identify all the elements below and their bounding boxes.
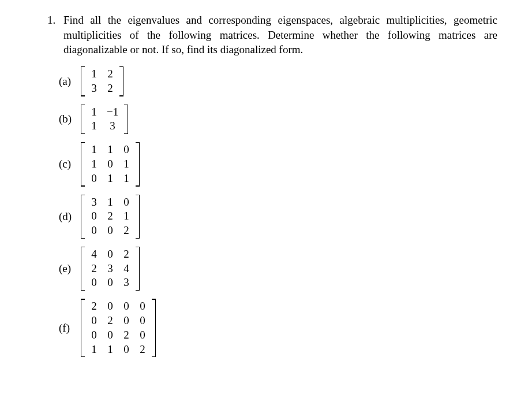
- matrix-cell: 2: [107, 210, 114, 223]
- matrix-cell: 2: [107, 82, 114, 95]
- matrix-cell: 1: [107, 343, 114, 356]
- matrix-cell: 1: [123, 172, 130, 185]
- right-bracket-icon: [134, 142, 140, 186]
- subproblem: (b)1−113: [59, 105, 497, 135]
- subproblem-label: (f): [59, 321, 77, 336]
- subproblem-label: (e): [59, 261, 77, 276]
- matrix-cell: 1: [123, 210, 130, 223]
- matrix-cell: 0: [139, 314, 146, 328]
- matrix-cell: 2: [123, 329, 130, 342]
- right-bracket-icon: [151, 299, 156, 357]
- subproblem-label: (a): [59, 74, 77, 89]
- matrix-cell: 0: [123, 196, 130, 209]
- matrix-cell: 1: [107, 143, 114, 157]
- matrix-cell: 0: [91, 329, 98, 342]
- left-bracket-icon: [81, 195, 86, 239]
- matrix-cell: 2: [139, 343, 146, 356]
- left-bracket-icon: [81, 142, 86, 186]
- right-bracket-icon: [134, 247, 140, 291]
- matrix-cell: 0: [91, 172, 98, 185]
- subproblem: (e)402234003: [59, 247, 497, 291]
- matrix-cell: −1: [107, 106, 118, 119]
- matrix-cell: 1: [91, 106, 98, 119]
- subproblem: (a)1232: [59, 66, 497, 96]
- matrix-cell: 3: [91, 196, 98, 209]
- matrix-cell: 0: [139, 329, 146, 342]
- matrix-cell: 3: [123, 276, 130, 289]
- matrix-cell: 1: [91, 343, 98, 356]
- matrix-cell: 4: [91, 248, 98, 261]
- matrix-grid: 110101011: [86, 142, 134, 186]
- matrix-grid: 402234003: [86, 247, 134, 291]
- matrix: 1−113: [81, 105, 128, 135]
- left-bracket-icon: [81, 105, 86, 135]
- subproblem: (f)2000020000201102: [59, 299, 497, 357]
- right-bracket-icon: [118, 66, 123, 96]
- subproblem-label: (b): [59, 111, 77, 127]
- subproblem-list: (a)1232(b)1−113(c)110101011(d)310021002(…: [59, 66, 497, 358]
- matrix-cell: 2: [107, 68, 114, 81]
- left-bracket-icon: [81, 247, 86, 291]
- subproblem: (c)110101011: [59, 142, 497, 186]
- subproblem-label: (d): [59, 209, 77, 224]
- matrix-cell: 1: [91, 68, 98, 81]
- problem: 1. Find all the eigenvalues and correspo…: [47, 13, 497, 57]
- matrix-cell: 0: [107, 248, 114, 261]
- matrix-cell: 0: [107, 329, 114, 342]
- matrix-cell: 1: [91, 143, 98, 157]
- matrix-cell: 2: [123, 224, 130, 237]
- matrix-cell: 0: [123, 314, 130, 328]
- matrix-cell: 0: [91, 314, 98, 328]
- matrix-cell: 2: [107, 314, 114, 328]
- matrix-cell: 2: [123, 248, 130, 261]
- matrix-grid: 1232: [86, 66, 118, 96]
- matrix-grid: 1−113: [86, 105, 123, 135]
- matrix-cell: 1: [123, 158, 130, 171]
- problem-number: 1.: [47, 13, 58, 28]
- matrix-cell: 0: [107, 224, 114, 237]
- matrix-cell: 0: [123, 143, 130, 157]
- left-bracket-icon: [81, 299, 86, 357]
- matrix-cell: 2: [91, 262, 98, 276]
- matrix-cell: 1: [107, 196, 114, 209]
- matrix: 1232: [81, 66, 123, 96]
- problem-text: Find all the eigenvalues and correspondi…: [63, 13, 497, 57]
- matrix-cell: 2: [91, 300, 98, 313]
- matrix-cell: 0: [91, 210, 98, 223]
- matrix: 402234003: [81, 247, 140, 291]
- matrix-cell: 0: [107, 276, 114, 289]
- matrix-cell: 0: [123, 300, 130, 313]
- matrix-cell: 0: [139, 300, 146, 313]
- matrix-cell: 1: [91, 158, 98, 171]
- matrix-cell: 0: [91, 276, 98, 289]
- matrix-cell: 3: [107, 262, 114, 276]
- right-bracket-icon: [134, 195, 140, 239]
- matrix-grid: 2000020000201102: [86, 299, 151, 357]
- matrix-grid: 310021002: [86, 195, 134, 239]
- matrix: 2000020000201102: [81, 299, 156, 357]
- left-bracket-icon: [81, 66, 86, 96]
- matrix-cell: 4: [123, 262, 130, 276]
- matrix-cell: 1: [91, 120, 98, 133]
- matrix-cell: 1: [107, 172, 114, 185]
- subproblem-label: (c): [59, 157, 77, 172]
- matrix-cell: 0: [107, 158, 114, 171]
- matrix: 110101011: [81, 142, 140, 186]
- matrix-cell: 0: [123, 343, 130, 356]
- matrix-cell: 3: [109, 120, 116, 133]
- matrix-cell: 3: [91, 82, 98, 95]
- subproblem: (d)310021002: [59, 195, 497, 239]
- matrix-cell: 0: [91, 224, 98, 237]
- page: 1. Find all the eigenvalues and correspo…: [0, 0, 532, 378]
- matrix-cell: 0: [107, 300, 114, 313]
- right-bracket-icon: [123, 105, 128, 135]
- matrix: 310021002: [81, 195, 140, 239]
